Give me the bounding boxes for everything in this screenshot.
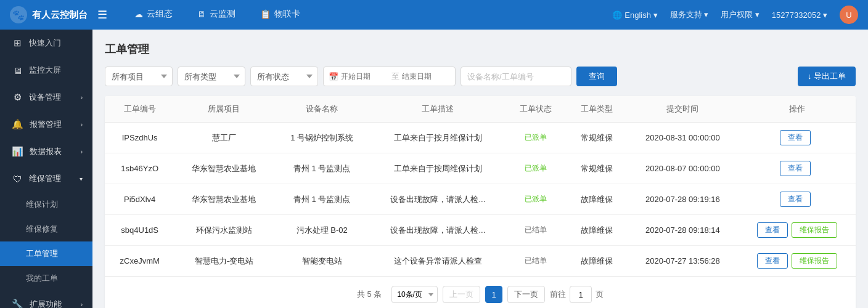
user-label: 用户权限 ▾ [721,9,760,20]
device-search-input[interactable] [461,67,571,86]
sidebar-item-alarm-mgmt[interactable]: 🔔 报警管理 › [0,111,92,138]
sidebar-item-device-mgmt-label: 设备管理 [29,92,61,103]
table-row: zCxeJvmM 智慧电力-变电站 智能变电站 这个设备异常请派人检查 已结单 … [105,246,856,277]
sidebar-sub-work-order-mgmt[interactable]: 工单管理 [0,241,92,266]
support-menu[interactable]: 服务支持 ▾ [665,7,714,23]
support-label: 服务支持 ▾ [670,9,709,20]
cell-device: 1 号锅炉控制系统 [273,123,371,153]
phone-number[interactable]: 15277332052 ▾ [767,8,832,22]
view-button[interactable]: 查看 [780,192,811,207]
view-button[interactable]: 查看 [780,130,811,145]
goto-suffix: 页 [596,289,604,300]
maintenance-repair-label: 维保修复 [26,224,58,235]
project-filter[interactable]: 所有项目 [105,67,173,86]
cell-type: 故障维保 [567,246,628,277]
cell-status: 已派单 [506,153,567,184]
cell-project: 华东智慧农业基地 [174,184,273,215]
status-filter[interactable]: 所有状态 [250,67,318,86]
language-label: English ▾ [624,10,657,20]
sidebar-item-maintenance-mgmt[interactable]: 🛡 维保管理 ▾ [0,165,92,192]
col-header-device: 设备名称 [273,96,371,123]
sidebar-item-monitor-screen-label: 监控大屏 [29,65,61,76]
sidebar-item-device-mgmt[interactable]: ⚙ 设备管理 › [0,84,92,111]
cell-status: 已结单 [506,215,567,246]
page-size-selector[interactable]: 10条/页 [391,286,438,303]
user-permissions-menu[interactable]: 用户权限 ▾ [716,7,764,23]
export-button[interactable]: ↓ 导出工单 [798,67,856,86]
language-selector[interactable]: 🌐 English ▾ [607,8,662,22]
cell-id: IPSzdhUs [105,123,174,153]
cell-actions: 查看 [738,123,856,153]
report-button[interactable]: 维保报告 [792,222,837,238]
chevron-right-icon-4: › [81,301,83,308]
cell-project: 环保污水监测站 [174,215,273,246]
main-layout: ⊞ 快速入门 🖥 监控大屏 ⚙ 设备管理 › 🔔 报警管理 › 📊 数据报表 ›… [0,30,868,308]
col-header-type: 工单类型 [567,96,628,123]
view-button[interactable]: 查看 [757,253,788,269]
sidebar-item-quick-entry[interactable]: ⊞ 快速入门 [0,30,92,57]
status-badge: 已派单 [521,131,551,144]
view-button[interactable]: 查看 [780,161,811,176]
nav-item-iot-card[interactable]: 📋 物联卡 [248,0,313,30]
cell-device: 青州 1 号监测点 [273,184,371,215]
chevron-right-icon-3: › [81,148,83,155]
cloud-monitor-icon: 🖥 [197,9,206,19]
data-report-icon: 📊 [12,146,23,157]
sidebar-item-monitor-screen[interactable]: 🖥 监控大屏 [0,57,92,84]
user-avatar[interactable]: U [840,6,858,24]
cloud-org-label: 云组态 [147,9,173,20]
search-button[interactable]: 查询 [576,67,617,86]
table-row: IPSzdhUs 慧工厂 1 号锅炉控制系统 工单来自于按月维保计划 已派单 常… [105,123,856,153]
start-date-input[interactable] [341,72,389,81]
cell-description: 工单来自于按周维保计划 [371,153,506,184]
next-page-button[interactable]: 下一页 [507,286,545,303]
cell-status: 已派单 [506,184,567,215]
cell-project: 华东智慧农业基地 [174,153,273,184]
type-filter[interactable]: 所有类型 [178,67,245,86]
cell-device: 智能变电站 [273,246,371,277]
sidebar-item-expand-func[interactable]: 🔧 扩展功能 › [0,291,92,308]
end-date-input[interactable] [402,72,450,81]
top-navigation: 🐾 有人云控制台 ☰ ☁ 云组态 🖥 云监测 📋 物联卡 🌐 English ▾… [0,0,868,30]
table-header-row: 工单编号 所属项目 设备名称 工单描述 工单状态 工单类型 提交时间 操作 [105,96,856,123]
pagination-bar: 共 5 条 10条/页 上一页 1 下一页 前往 页 [105,277,856,308]
cell-id: 1sb46YzO [105,153,174,184]
cloud-org-icon: ☁ [134,9,143,19]
prev-page-button[interactable]: 上一页 [443,286,480,303]
top-nav-items: ☁ 云组态 🖥 云监测 📋 物联卡 [122,0,607,30]
status-badge: 已派单 [521,193,551,206]
cloud-monitor-label: 云监测 [210,9,235,20]
goto-page-input[interactable] [570,286,592,303]
cell-description: 工单来自于按月维保计划 [371,123,506,153]
cell-actions: 查看维保报告 [738,215,856,246]
sidebar-item-data-report-label: 数据报表 [30,146,62,157]
cell-type: 故障维保 [567,184,628,215]
date-range-picker: 📅 至 [323,67,456,86]
nav-item-cloud-monitor[interactable]: 🖥 云监测 [185,0,248,30]
goto-prefix: 前往 [550,289,566,300]
cell-actions: 查看 [738,184,856,215]
cell-time: 2020-07-27 13:56:28 [627,246,738,277]
alarm-mgmt-icon: 🔔 [12,119,23,130]
report-button[interactable]: 维保报告 [792,253,837,269]
cell-project: 智慧电力-变电站 [174,246,273,277]
sidebar-item-data-report[interactable]: 📊 数据报表 › [0,138,92,165]
maintenance-plan-label: 维保计划 [26,199,58,210]
monitor-screen-icon: 🖥 [12,65,23,76]
app-logo[interactable]: 🐾 有人云控制台 [10,6,88,23]
globe-icon: 🌐 [612,10,622,20]
sidebar-sub-maintenance-repair[interactable]: 维保修复 [0,217,92,241]
cell-id: zCxeJvmM [105,246,174,277]
sidebar-item-expand-func-label: 扩展功能 [30,299,62,308]
sidebar-sub-maintenance-plan[interactable]: 维保计划 [0,192,92,217]
work-order-table: 工单编号 所属项目 设备名称 工单描述 工单状态 工单类型 提交时间 操作 IP… [105,96,856,308]
cell-status: 已派单 [506,123,567,153]
sidebar: ⊞ 快速入门 🖥 监控大屏 ⚙ 设备管理 › 🔔 报警管理 › 📊 数据报表 ›… [0,30,92,308]
current-page-number[interactable]: 1 [485,286,502,303]
menu-toggle-icon[interactable]: ☰ [97,8,107,22]
work-order-mgmt-label: 工单管理 [26,248,58,259]
view-button[interactable]: 查看 [757,222,788,238]
status-badge: 已结单 [521,254,551,267]
sidebar-sub-my-work-order[interactable]: 我的工单 [0,266,92,291]
nav-item-cloud-org[interactable]: ☁ 云组态 [122,0,185,30]
